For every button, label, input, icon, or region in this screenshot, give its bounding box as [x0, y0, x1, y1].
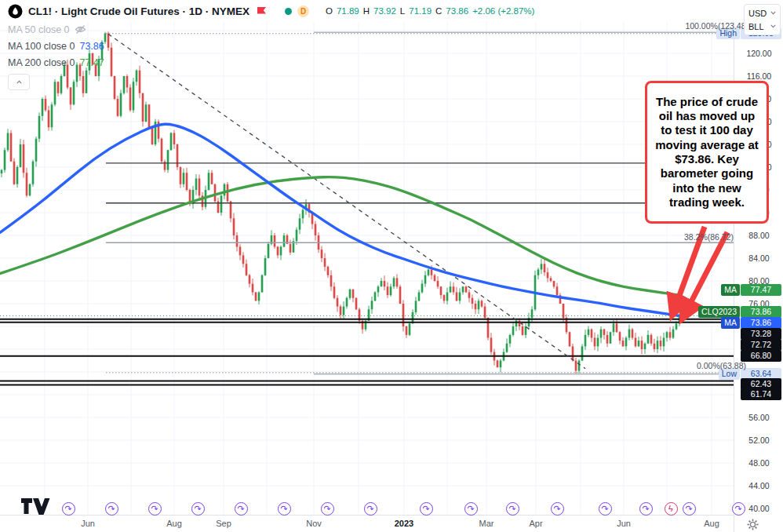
candle-body: [459, 293, 461, 301]
candle-body: [20, 144, 22, 167]
contract-rollover-icon[interactable]: ↷: [235, 502, 248, 516]
contract-rollover-icon[interactable]: ↷: [105, 502, 118, 516]
contract-rollover-icon[interactable]: ↷: [732, 502, 745, 516]
candle-body: [418, 293, 421, 301]
candle-body: [393, 278, 395, 286]
candle-body: [220, 195, 223, 213]
contract-rollover-icon[interactable]: ↷: [599, 502, 612, 516]
contract-rollover-icon[interactable]: ↷: [321, 502, 334, 516]
candle-body: [390, 286, 392, 295]
ma200-line[interactable]: [0, 177, 679, 296]
contract-rollover-icon[interactable]: ↷: [639, 502, 653, 516]
candle-body: [170, 133, 173, 151]
contract-rollover-icon[interactable]: ↷: [506, 502, 519, 516]
chart-canvas[interactable]: [0, 0, 734, 514]
candle-body: [547, 272, 549, 278]
candle-body: [246, 264, 248, 275]
candle-body: [522, 326, 524, 335]
time-axis[interactable]: JunAugSepNov2023MarAprJunAug: [0, 515, 734, 532]
trendline[interactable]: [108, 34, 585, 368]
candle-body: [330, 275, 333, 287]
candle-body: [123, 76, 126, 93]
flag-icon[interactable]: [257, 6, 267, 16]
candle-body: [563, 304, 565, 318]
candle-body: [355, 298, 358, 310]
tradingview-logo[interactable]: [20, 497, 50, 519]
low-label: L: [400, 6, 405, 16]
legend-ma200[interactable]: MA 200 close 0 77.47: [8, 54, 104, 71]
contract-rollover-icon[interactable]: ↷: [62, 502, 75, 516]
price-chip: MA: [721, 317, 740, 329]
price-chip: 66.80: [741, 350, 781, 362]
candle-body: [136, 71, 138, 82]
candle-body: [475, 304, 477, 309]
candle-body: [465, 286, 468, 292]
candle-body: [139, 71, 141, 93]
flash-event-icon[interactable]: ϟ: [665, 502, 678, 516]
candle-body: [333, 286, 336, 298]
candle-body: [663, 338, 665, 347]
contract-rollover-icon[interactable]: ↷: [464, 502, 478, 516]
candle-body: [575, 361, 577, 371]
price-label-61.74: 61.74: [741, 388, 781, 400]
axis-settings-gear-icon[interactable]: [747, 519, 759, 532]
candle-body: [638, 341, 640, 346]
candle-body: [622, 341, 625, 346]
price-chip: 73.28: [741, 328, 781, 340]
legend-collapse-button[interactable]: [8, 74, 30, 90]
contract-rollover-icon[interactable]: ↷: [191, 502, 205, 516]
price-label-ma: MA73.86: [721, 317, 781, 329]
ma100-line[interactable]: [0, 124, 679, 315]
candle-body: [581, 346, 584, 360]
candle-body: [597, 338, 599, 347]
candle-body: [509, 335, 512, 344]
legend-ma100[interactable]: MA 100 close 0 73.86: [8, 38, 104, 54]
candle-body: [478, 301, 480, 309]
indicator-legend: MA 50 close 0 MA 100 close 0 73.86 MA 20…: [8, 21, 104, 90]
candle-body: [198, 179, 201, 196]
candle-body: [619, 332, 621, 341]
candle-body: [35, 139, 38, 162]
candle-body: [446, 293, 449, 301]
candle-body: [434, 275, 436, 281]
candle-body: [512, 326, 515, 335]
eye-off-icon[interactable]: [75, 24, 86, 35]
candle-body: [107, 34, 110, 48]
price-axis[interactable]: 120.00116.00112.00108.00104.00100.0096.0…: [734, 0, 783, 532]
price-label-72.72: 72.72: [741, 339, 781, 351]
contract-rollover-icon[interactable]: ↷: [551, 502, 564, 516]
candle-body: [302, 210, 304, 218]
symbol-title[interactable]: CL1! · Light Crude Oil Futures · 1D · NY…: [28, 5, 249, 17]
candle-body: [647, 335, 650, 344]
annotation-callout[interactable]: The price of crude oil has moved up to t…: [645, 81, 769, 224]
price-chip: 77.47: [741, 284, 781, 296]
candle-body: [151, 127, 154, 144]
annotation-arrow[interactable]: [686, 232, 727, 312]
close-label: C: [435, 6, 442, 16]
unit-dropdown[interactable]: BLL: [748, 22, 776, 31]
candle-body: [641, 341, 643, 349]
candle-body: [290, 244, 292, 253]
candle-body: [45, 99, 47, 111]
candle-body: [48, 111, 50, 128]
currency-dropdown[interactable]: USD: [748, 9, 776, 18]
contract-rollover-icon[interactable]: ↷: [364, 502, 377, 516]
candle-body: [186, 173, 188, 190]
price-axis-tick: 48.00: [734, 458, 783, 468]
contract-rollover-icon[interactable]: ↷: [148, 502, 162, 516]
legend-ma50[interactable]: MA 50 close 0: [8, 21, 104, 38]
time-axis-label: Aug: [696, 519, 727, 528]
contract-rollover-icon[interactable]: ↷: [683, 502, 696, 516]
ma50-label: MA 50 close 0: [8, 24, 70, 35]
candle-body: [676, 323, 678, 329]
candle-body: [183, 173, 185, 184]
currency-value: USD: [748, 9, 767, 18]
candle-body: [126, 76, 129, 88]
price-chip: 73.86: [741, 306, 781, 318]
contract-rollover-icon[interactable]: ↷: [278, 502, 291, 516]
contract-rollover-icon[interactable]: ↷: [420, 502, 433, 516]
delayed-data-icon[interactable]: D: [297, 5, 309, 17]
fib-level-label-382: 38.2%(86.72): [684, 232, 734, 242]
candle-body: [506, 344, 508, 352]
candle-body: [544, 264, 546, 272]
